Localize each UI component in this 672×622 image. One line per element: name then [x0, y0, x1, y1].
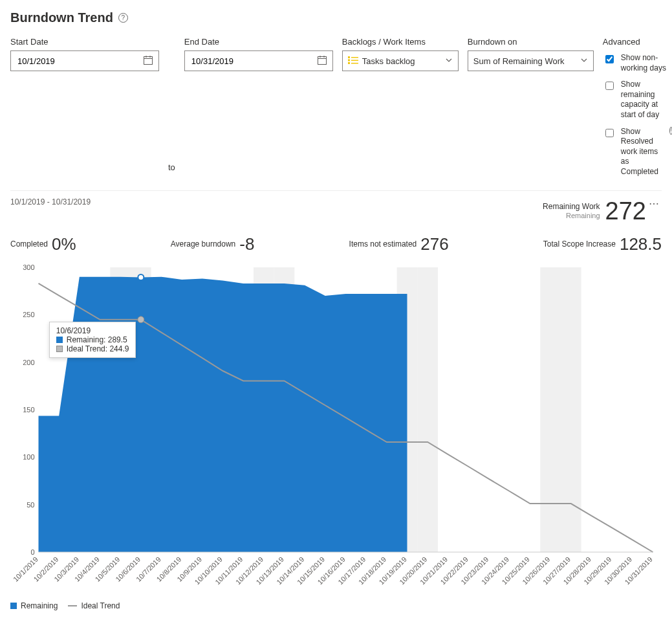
- tooltip-date: 10/6/2019: [56, 326, 129, 335]
- chevron-down-icon: [445, 56, 453, 66]
- svg-point-61: [138, 274, 144, 280]
- chart-svg: 05010015020025030010/1/201910/2/201910/3…: [10, 261, 662, 597]
- calendar-icon[interactable]: [143, 55, 153, 67]
- chevron-down-icon: [580, 56, 588, 66]
- items-not-estimated-label: Items not estimated: [349, 239, 417, 249]
- show-capacity-input[interactable]: [605, 81, 614, 91]
- scope-increase-label: Total Scope Increase: [543, 239, 616, 249]
- svg-text:50: 50: [27, 500, 34, 508]
- start-date-label: Start Date: [10, 37, 159, 47]
- svg-rect-13: [351, 63, 358, 64]
- remaining-work-value: 272: [605, 197, 646, 225]
- tooltip-ideal: Ideal Trend: 244.9: [67, 344, 129, 353]
- more-icon[interactable]: ⋯: [646, 197, 662, 210]
- burndown-chart[interactable]: 05010015020025030010/1/201910/2/201910/3…: [10, 261, 662, 597]
- svg-point-62: [138, 316, 144, 322]
- chart-date-range: 10/1/2019 - 10/31/2019: [10, 197, 91, 206]
- svg-rect-0: [144, 56, 153, 64]
- svg-rect-12: [348, 62, 350, 64]
- chart-panel: 10/1/2019 - 10/31/2019 Remaining Work Re…: [10, 190, 662, 610]
- end-date-field[interactable]: [184, 50, 333, 71]
- svg-text:200: 200: [23, 358, 34, 366]
- chart-tooltip: 10/6/2019 Remaining: 289.5 Ideal Trend: …: [49, 322, 136, 358]
- remaining-work-label: Remaining Work: [543, 202, 600, 211]
- show-nonworking-input[interactable]: [605, 54, 614, 64]
- info-icon[interactable]: i: [669, 127, 672, 135]
- swatch-blue-icon: [56, 337, 63, 343]
- show-resolved-checkbox[interactable]: Show Resolved work items as Completed i: [603, 127, 672, 177]
- swatch-grey-icon: [56, 346, 63, 352]
- svg-text:150: 150: [23, 406, 34, 414]
- svg-rect-19: [417, 267, 438, 552]
- items-not-estimated-value: 276: [420, 234, 448, 254]
- task-icon: [348, 56, 358, 66]
- svg-rect-4: [318, 56, 326, 64]
- burndown-on-select[interactable]: Sum of Remaining Work: [468, 50, 594, 71]
- show-resolved-label: Show Resolved work items as Completed: [621, 127, 664, 177]
- svg-text:300: 300: [23, 263, 34, 271]
- legend-remaining-label: Remaining: [21, 601, 58, 610]
- show-nonworking-label: Show non-working days: [621, 53, 672, 73]
- svg-text:250: 250: [23, 311, 34, 318]
- svg-rect-21: [561, 267, 581, 552]
- svg-rect-11: [351, 60, 358, 61]
- start-date-field[interactable]: [10, 50, 159, 71]
- svg-rect-20: [540, 267, 561, 552]
- avg-burndown-label: Average burndown: [171, 239, 236, 249]
- burndown-on-label: Burndown on: [468, 37, 594, 47]
- svg-text:0: 0: [30, 548, 34, 556]
- svg-text:100: 100: [23, 453, 34, 461]
- end-date-input[interactable]: [190, 56, 313, 67]
- scope-increase-value: 128.5: [620, 234, 662, 254]
- svg-rect-9: [351, 57, 358, 58]
- calendar-icon[interactable]: [317, 55, 327, 67]
- chart-legend: Remaining Ideal Trend: [10, 601, 662, 610]
- svg-rect-10: [348, 60, 350, 61]
- help-icon[interactable]: ?: [118, 13, 128, 23]
- page-title: Burndown Trend: [10, 10, 113, 25]
- backlog-label: Backlogs / Work Items: [342, 37, 459, 47]
- legend-ideal-swatch-icon: [68, 605, 77, 606]
- backlog-value: Tasks backlog: [362, 56, 415, 66]
- end-date-label: End Date: [184, 37, 333, 47]
- start-date-input[interactable]: [16, 56, 139, 67]
- show-capacity-label: Show remaining capacity at start of day: [621, 80, 672, 120]
- tooltip-remaining: Remaining: 289.5: [67, 335, 127, 344]
- to-label: to: [168, 162, 175, 177]
- advanced-label: Advanced: [603, 37, 672, 47]
- show-capacity-checkbox[interactable]: Show remaining capacity at start of day: [603, 80, 672, 120]
- show-nonworking-checkbox[interactable]: Show non-working days: [603, 53, 672, 73]
- legend-ideal-label: Ideal Trend: [81, 601, 120, 610]
- avg-burndown-value: -8: [239, 234, 254, 254]
- remaining-sub-label: Remaining: [543, 212, 600, 220]
- svg-rect-8: [348, 56, 350, 58]
- burndown-on-value: Sum of Remaining Work: [473, 56, 565, 66]
- show-resolved-input[interactable]: [605, 128, 614, 138]
- backlog-select[interactable]: Tasks backlog: [342, 50, 459, 71]
- legend-remaining-swatch-icon: [10, 603, 17, 609]
- completed-label: Completed: [10, 239, 48, 249]
- completed-value: 0%: [52, 234, 76, 254]
